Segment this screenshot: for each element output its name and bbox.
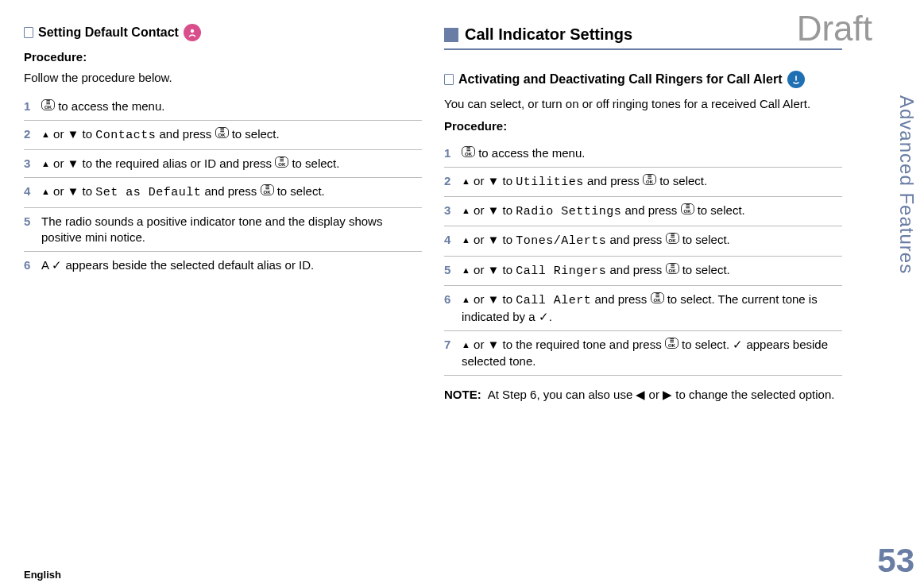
left-heading: Setting Default Contact [38,24,179,41]
step-text: or ▼ to [470,292,516,306]
step-text: or ▼ to [470,233,516,246]
major-rule [444,48,842,50]
right-procedure-label: Procedure: [444,118,842,134]
up-arrow-icon: ▲ [462,206,470,215]
left-heading-row: Setting Default Contact [24,24,422,41]
step-number: 1 [444,145,455,161]
step-body: ▲ or ▼ to Set as Default and press to se… [41,183,422,201]
step-body: ▲ or ▼ to Call Ringers and press to sele… [462,262,842,280]
step-body: to access the menu. [462,145,842,161]
right-subheading-row: Activating and Deactivating Call Ringers… [444,71,842,88]
step-body: ▲ or ▼ to Tones/Alerts and press to sele… [462,232,842,249]
up-arrow-icon: ▲ [462,340,470,349]
step-text: to select. [229,127,280,141]
page-number: 53 [877,539,914,584]
document-icon [444,74,454,85]
step-number: 5 [444,262,455,280]
step-body: ▲ or ▼ to Utilities and press to select. [462,173,842,191]
up-arrow-icon: ▲ [41,129,50,139]
language-label: English [24,568,61,582]
step-text: and press [201,184,260,198]
ok-button-icon [666,263,679,274]
right-subheading: Activating and Deactivating Call Ringers… [458,71,783,88]
menu-item-mono: Radio Settings [516,205,621,218]
ok-button-icon [681,203,694,214]
step-number: 3 [444,203,455,220]
step-row: 3 ▲ or ▼ to the required alias or ID and… [24,150,422,178]
page-content: Setting Default Contact Procedure: Follo… [0,0,858,403]
step-text: or ▼ to [470,203,516,217]
step-text: or ▼ to [50,127,95,141]
step-row: 2 ▲ or ▼ to Utilities and press to selec… [444,168,842,197]
ok-button-icon [275,156,288,168]
step-text: to select. [679,233,730,246]
sidebar-section-label: Advanced Features [894,95,919,274]
step-text: or ▼ to the required tone and press [470,338,665,351]
step-row: 1 to access the menu. [24,93,422,121]
step-text: to select. [656,174,707,187]
step-body: A ✓ appears beside the selected default … [41,257,422,273]
step-number: 2 [24,126,35,144]
step-row: 2 ▲ or ▼ to Contacts and press to select… [24,121,422,150]
section-square-icon [444,28,458,42]
note-label: NOTE: [444,387,481,403]
menu-item-mono: Call Ringers [516,265,606,278]
step-body: to access the menu. [41,98,422,114]
up-arrow-icon: ▲ [41,159,50,168]
step-text: to select. [274,184,325,198]
note-row: NOTE: At Step 6, you can also use ◀ or ▶… [444,387,842,403]
right-column: Call Indicator Settings Activating and D… [444,24,842,403]
step-text: or ▼ to [50,184,95,198]
up-arrow-icon: ▲ [41,187,50,196]
step-body: ▲ or ▼ to Radio Settings and press to se… [462,203,842,220]
step-number: 4 [444,232,455,249]
step-row: 5 The radio sounds a positive indicator … [24,208,422,253]
alert-badge-icon [787,71,805,88]
step-body: ▲ or ▼ to Call Alert and press to select… [462,292,842,326]
menu-item-mono: Tones/Alerts [516,234,606,248]
left-intro: Follow the procedure below. [24,70,422,86]
step-number: 2 [444,173,455,191]
ok-button-icon [215,127,229,138]
step-text: or ▼ to the required alias or ID and pre… [50,156,275,170]
step-number: 5 [24,214,35,246]
up-arrow-icon: ▲ [462,176,470,186]
step-number: 6 [444,292,455,326]
ok-button-icon [41,99,55,110]
step-text: and press [606,263,665,276]
menu-item-mono: Call Alert [516,294,591,307]
step-body: ▲ or ▼ to the required tone and press to… [462,337,842,369]
step-number: 4 [24,183,35,201]
step-body: ▲ or ▼ to Contacts and press to select. [41,126,422,144]
step-row: 7 ▲ or ▼ to the required tone and press … [444,331,842,376]
ok-button-icon [462,146,475,157]
up-arrow-icon: ▲ [462,295,470,304]
document-icon [24,27,33,38]
menu-item-mono: Utilities [516,176,584,189]
major-heading-row: Call Indicator Settings [444,24,842,45]
step-text: to access the menu. [55,99,164,113]
ok-button-icon [665,338,679,349]
note-text: At Step 6, you can also use ◀ or ▶ to ch… [488,387,835,403]
step-text: to select. [694,203,745,217]
step-row: 6 A ✓ appears beside the selected defaul… [24,252,422,279]
step-body: ▲ or ▼ to the required alias or ID and p… [41,156,422,172]
step-row: 1 to access the menu. [444,140,842,168]
menu-item-mono: Set as Default [95,186,201,199]
step-text: or ▼ to [470,174,516,187]
step-row: 5 ▲ or ▼ to Call Ringers and press to se… [444,257,842,286]
up-arrow-icon: ▲ [462,265,470,275]
step-text: and press [156,127,215,141]
menu-item-mono: Contacts [95,129,156,142]
step-text: to access the menu. [475,146,585,160]
step-text: to select. [679,263,730,276]
step-number: 6 [24,257,35,273]
step-row: 3 ▲ or ▼ to Radio Settings and press to … [444,197,842,226]
draft-watermark: Draft [797,5,872,52]
step-text: and press [621,203,680,217]
ok-button-icon [261,184,274,195]
step-body: The radio sounds a positive indicator to… [41,214,422,246]
step-row: 6 ▲ or ▼ to Call Alert and press to sele… [444,286,842,332]
step-text: and press [584,174,643,187]
left-procedure-label: Procedure: [24,49,422,65]
